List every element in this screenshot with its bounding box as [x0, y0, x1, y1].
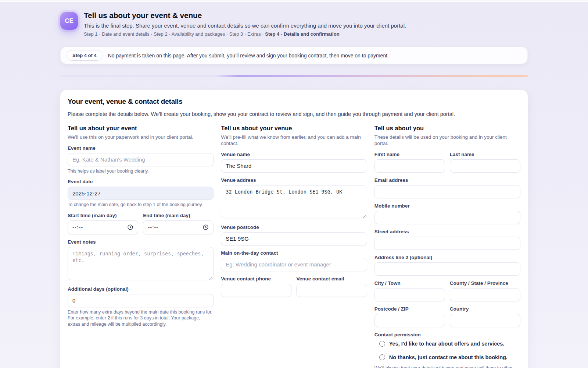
main-contact-label: Main on-the-day contact	[221, 250, 367, 256]
additional-days-input[interactable]	[68, 294, 214, 307]
contact-permission-group: Yes, I'd like to hear about offers and s…	[374, 341, 520, 368]
permission-no-option[interactable]: No thanks, just contact me about this bo…	[379, 354, 520, 360]
county-label: County / State / Province	[450, 280, 520, 286]
step-badge: Step 4 of 4	[67, 50, 103, 61]
card-title: Your event, venue & contact details	[68, 98, 520, 106]
event-notes-field-group: Event notes	[68, 239, 214, 282]
end-time-input[interactable]: --:--	[143, 220, 214, 234]
window-top-strip	[0, 0, 588, 2]
venue-name-field-group: Venue name	[221, 152, 367, 173]
first-name-field-group: First name	[374, 152, 445, 173]
booking-page: CE Tell us about your event & venue This…	[60, 0, 528, 368]
address2-field-group: Address line 2 (optional)	[374, 255, 520, 276]
venue-postcode-field-group: Venue postcode	[221, 224, 367, 245]
email-input[interactable]	[374, 185, 520, 198]
clock-icon[interactable]	[202, 224, 209, 230]
first-name-label: First name	[374, 152, 445, 157]
name-row: First name Last name	[374, 152, 520, 173]
page-header: CE Tell us about your event & venue This…	[60, 11, 528, 37]
first-name-input[interactable]	[374, 159, 445, 173]
city-county-row: City / Town County / State / Province	[374, 280, 520, 301]
city-input[interactable]	[374, 288, 445, 301]
venue-phone-label: Venue contact phone	[221, 276, 291, 282]
venue-phone-input[interactable]	[221, 284, 291, 297]
last-name-label: Last name	[450, 152, 520, 157]
event-date-label: Event date	[68, 179, 214, 184]
venue-name-input[interactable]	[221, 159, 367, 173]
last-name-field-group: Last name	[450, 152, 520, 173]
venue-email-label: Venue contact email	[296, 276, 367, 282]
venue-address-field-group: Venue address 32 London Bridge St, Londo…	[221, 177, 367, 220]
additional-days-field-group: Additional days (optional) Enter how man…	[68, 286, 214, 328]
event-date-help: To change the main date, go back to step…	[68, 202, 214, 208]
mobile-label: Mobile number	[374, 203, 520, 209]
event-name-field-group: Event name This helps us label your book…	[68, 145, 214, 174]
permission-yes-label: Yes, I'd like to hear about offers and s…	[389, 341, 505, 347]
event-name-label: Event name	[68, 145, 214, 151]
additional-days-help: Enter how many extra days beyond the mai…	[68, 309, 214, 328]
city-label: City / Town	[374, 280, 445, 286]
progress-bar	[60, 75, 528, 77]
end-time-value: --:--	[148, 224, 158, 230]
clock-icon[interactable]	[127, 224, 133, 230]
county-field-group: County / State / Province	[450, 280, 520, 301]
permission-yes-option[interactable]: Yes, I'd like to hear about offers and s…	[379, 341, 520, 347]
permission-no-label: No thanks, just contact me about this bo…	[389, 354, 508, 360]
venue-address-textarea[interactable]: 32 London Bridge St, London SE1 9SG, UK	[221, 185, 367, 218]
venue-name-label: Venue name	[221, 152, 367, 157]
event-date-field-group: Event date To change the main date, go b…	[68, 179, 214, 208]
country-input[interactable]	[450, 314, 520, 327]
postcode-field-group: Postcode / ZIP	[374, 306, 445, 327]
county-input[interactable]	[450, 288, 520, 301]
you-column: Tell us about you These details will be …	[374, 125, 520, 368]
address-line-2-input[interactable]	[374, 262, 520, 276]
email-label: Email address	[374, 177, 520, 183]
mobile-input[interactable]	[374, 211, 520, 224]
venue-phone-field-group: Venue contact phone	[221, 276, 291, 297]
postcode-input[interactable]	[374, 314, 445, 327]
page-title: Tell us about your event & venue	[84, 11, 406, 20]
street-address-input[interactable]	[374, 237, 520, 250]
event-name-input[interactable]	[68, 153, 214, 166]
start-time-input[interactable]: --:--	[68, 220, 138, 234]
venue-section-subheading: We'll pre-fill what we know from earlier…	[221, 134, 367, 147]
venue-postcode-label: Venue postcode	[221, 224, 367, 230]
breadcrumb: Step 1 · Date and event details · Step 2…	[84, 31, 406, 37]
street-address-label: Street address	[374, 229, 520, 234]
venue-email-field-group: Venue contact email	[296, 276, 367, 297]
page-subtitle: This is the final step. Share your event…	[84, 22, 406, 29]
start-time-field-group: Start time (main day) --:--	[68, 213, 138, 234]
time-row: Start time (main day) --:-- End time (ma…	[68, 213, 214, 234]
breadcrumb-steps: Step 1 · Date and event details · Step 2…	[84, 31, 265, 37]
start-time-label: Start time (main day)	[68, 213, 138, 218]
radio-button-icon[interactable]	[379, 354, 385, 360]
email-field-group: Email address	[374, 177, 520, 198]
end-time-label: End time (main day)	[143, 213, 214, 218]
event-notes-textarea[interactable]	[68, 247, 214, 280]
last-name-input[interactable]	[450, 159, 520, 173]
radio-button-icon[interactable]	[379, 341, 385, 347]
main-contact-input[interactable]	[221, 258, 367, 271]
mobile-field-group: Mobile number	[374, 203, 520, 224]
card-intro: Please complete the details below. We’ll…	[68, 111, 520, 117]
event-name-help: This helps us label your booking clearly…	[68, 168, 214, 174]
details-card: Your event, venue & contact details Plea…	[60, 90, 528, 368]
step-banner: Step 4 of 4 No payment is taken on this …	[60, 47, 528, 64]
step-banner-text: No payment is taken on this page. After …	[108, 53, 389, 59]
venue-postcode-input[interactable]	[221, 232, 367, 245]
start-time-value: --:--	[72, 224, 83, 230]
event-column: Tell us about your event We’ll use this …	[68, 125, 214, 368]
country-field-group: Country	[450, 306, 520, 327]
you-section-heading: Tell us about you	[374, 125, 520, 132]
venue-email-input[interactable]	[296, 284, 367, 297]
event-date-input[interactable]	[68, 187, 214, 200]
postcode-country-row: Postcode / ZIP Country	[374, 306, 520, 327]
city-field-group: City / Town	[374, 280, 445, 301]
event-notes-label: Event notes	[68, 239, 214, 245]
event-section-subheading: We’ll use this on your paperwork and in …	[68, 134, 214, 141]
header-text-block: Tell us about your event & venue This is…	[84, 11, 406, 37]
address-line-2-label: Address line 2 (optional)	[374, 255, 520, 260]
form-columns: Tell us about your event We’ll use this …	[68, 125, 520, 368]
breadcrumb-current-step: Step 4 · Details and confirmation	[265, 31, 339, 37]
venue-address-label: Venue address	[221, 177, 367, 183]
